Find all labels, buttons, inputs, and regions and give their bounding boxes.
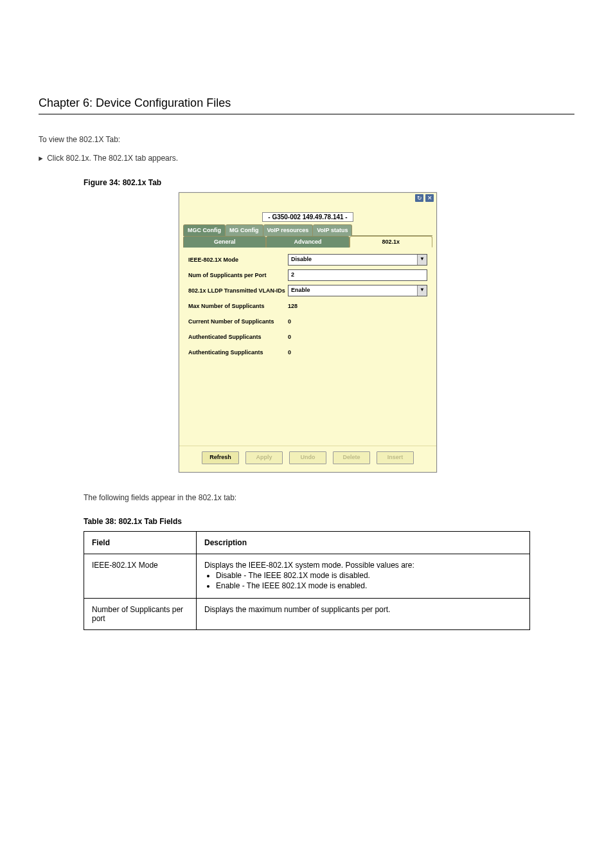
input-num-supplicants[interactable]: 2 [288,269,427,281]
field-name: Number of Supplicants per port [84,598,197,629]
value-max-supplicants: 128 [288,303,298,309]
tab-voip-status[interactable]: VoIP status [313,224,352,236]
form-area: IEEE-802.1X Mode Disable ▼ Num of Suppli… [179,248,436,446]
value-authenticated: 0 [288,334,291,340]
tab-general[interactable]: General [183,236,266,248]
fields-caption: The following fields appear in the 802.1… [84,492,574,504]
label-ieee-mode: IEEE-802.1X Mode [188,257,288,263]
table-row: IEEE-802.1X Mode Displays the IEEE-802.1… [84,554,530,598]
close-icon[interactable]: ✕ [425,194,434,202]
titlebar: ↻ ✕ [179,193,436,206]
field-desc: Displays the maximum number of supplican… [197,598,530,629]
chapter-title: Chapter 6: Device Configuration Files [39,96,231,109]
tab-voip-resources[interactable]: VoIP resources [263,224,314,236]
col-field: Field [84,531,197,554]
undo-button[interactable]: Undo [289,451,326,464]
apply-button[interactable]: Apply [245,451,283,464]
tab-mgc-config[interactable]: MGC Config [183,224,226,236]
list-item: Enable - The IEEE 802.1X mode is enabled… [216,581,522,590]
tab-advanced[interactable]: Advanced [266,236,349,248]
col-desc: Description [197,531,530,554]
label-authenticating: Authenticating Supplicants [188,349,288,356]
field-desc: Displays the IEEE-802.1X system mode. Po… [197,554,530,598]
chevron-down-icon[interactable]: ▼ [417,255,427,265]
list-item: Disable - The IEEE 802.1X mode is disabl… [216,571,522,580]
label-max-supplicants: Max Number of Supplicants [188,303,288,309]
device-id: - G350-002 149.49.78.141 - [262,212,353,222]
tab-mg-config[interactable]: MG Config [226,224,263,236]
fields-table: Field Description IEEE-802.1X Mode Displ… [84,531,530,630]
button-row: Refresh Apply Undo Delete Insert [179,446,436,472]
intro-text: To view the 802.1X Tab: [39,134,574,146]
label-authenticated: Authenticated Supplicants [188,334,288,340]
label-num-supplicants: Num of Supplicants per Port [188,272,288,278]
app-window: ↻ ✕ - G350-002 149.49.78.141 - MGC Confi… [179,192,437,473]
refresh-button[interactable]: Refresh [202,451,239,464]
field-name: IEEE-802.1X Mode [84,554,197,598]
label-current-supplicants: Current Number of Supplicants [188,318,288,325]
chevron-down-icon[interactable]: ▼ [417,285,427,296]
refresh-icon[interactable]: ↻ [415,194,423,202]
value-current-supplicants: 0 [288,318,291,325]
value-authenticating: 0 [288,349,291,356]
table-caption: Table 38: 802.1x Tab Fields [84,517,613,526]
step-text: ► Click 802.1x. The 802.1X tab appears. [39,152,574,165]
combo-ieee-mode[interactable]: Disable ▼ [288,254,427,266]
insert-button[interactable]: Insert [377,451,414,464]
delete-button[interactable]: Delete [333,451,370,464]
table-row: Number of Supplicants per port Displays … [84,598,530,629]
figure-label: Figure 34: 802.1x Tab [84,178,613,187]
tab-8021x[interactable]: 802.1x [350,236,432,248]
label-lldp-vlan: 802.1x LLDP Transmitted VLAN-IDs [188,287,288,294]
combo-lldp-vlan[interactable]: Enable ▼ [288,285,427,296]
